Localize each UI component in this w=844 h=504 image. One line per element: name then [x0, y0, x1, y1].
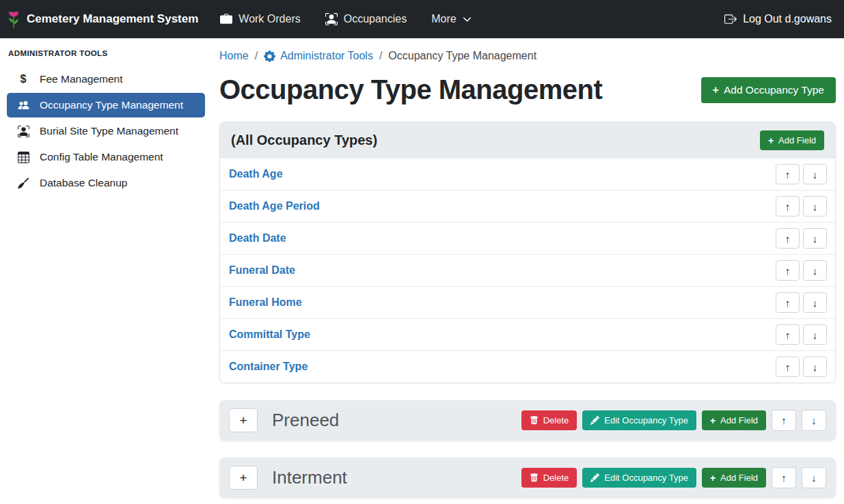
delete-label: Delete — [543, 415, 569, 425]
move-up-button[interactable]: ↑ — [776, 164, 800, 184]
nav-occupancies[interactable]: Occupancies — [325, 13, 407, 25]
sidebar-item-label: Config Table Management — [40, 151, 163, 163]
field-link-container-type[interactable]: Container Type — [229, 361, 308, 373]
main-content: Home / Administrator Tools / Occupancy T… — [212, 38, 844, 504]
add-field-label: Add Field — [778, 135, 816, 145]
field-link-committal-type[interactable]: Committal Type — [229, 328, 310, 341]
add-field-label: Add Field — [720, 473, 758, 483]
plus-icon: + — [768, 136, 774, 145]
move-up-button[interactable]: ↑ — [776, 324, 800, 345]
move-down-button[interactable]: ↓ — [802, 410, 826, 431]
add-field-button[interactable]: + Add Field — [702, 410, 766, 430]
breadcrumb-home-link[interactable]: Home — [219, 50, 249, 62]
nav-more-label: More — [431, 13, 456, 25]
field-link-funeral-home[interactable]: Funeral Home — [229, 296, 302, 309]
tulip-logo-icon — [7, 9, 21, 29]
move-down-button[interactable]: ↓ — [803, 260, 827, 281]
section-title: Preneed — [272, 410, 339, 431]
move-up-button[interactable]: ↑ — [776, 228, 800, 249]
page-title: Occupancy Type Management — [219, 74, 602, 105]
person-frame-icon — [16, 126, 31, 137]
field-link-death-age-period[interactable]: Death Age Period — [229, 200, 320, 212]
move-up-button[interactable]: ↑ — [776, 196, 800, 216]
delete-label: Delete — [543, 473, 569, 483]
field-row: Funeral Home ↑ ↓ — [220, 286, 835, 318]
sidebar: ADMINISTRATOR TOOLS $ Fee Management Occ… — [0, 38, 212, 197]
add-occupancy-type-button[interactable]: + Add Occupancy Type — [701, 77, 836, 103]
move-down-button[interactable]: ↓ — [803, 292, 827, 313]
field-row: Funeral Date ↑ ↓ — [220, 254, 835, 286]
edit-occupancy-type-label: Edit Occupancy Type — [604, 473, 688, 483]
sidebar-item-fee-management[interactable]: $ Fee Management — [7, 67, 205, 92]
all-occupancy-types-header: (All Occupancy Types) + Add Field — [220, 122, 835, 158]
sidebar-item-label: Database Cleanup — [40, 177, 127, 189]
table-icon — [16, 152, 31, 163]
breadcrumb: Home / Administrator Tools / Occupancy T… — [219, 38, 836, 62]
pencil-icon — [590, 416, 599, 425]
plus-icon: + — [710, 416, 716, 425]
edit-occupancy-type-label: Edit Occupancy Type — [604, 415, 688, 425]
app-brand[interactable]: Cemetery Management System — [7, 9, 198, 29]
move-up-button[interactable]: ↑ — [776, 260, 800, 281]
app-title: Cemetery Management System — [27, 12, 198, 26]
field-row: Container Type ↑ ↓ — [220, 350, 835, 382]
chevron-down-icon — [463, 15, 472, 24]
add-field-button[interactable]: + Add Field — [760, 130, 824, 150]
sidebar-item-label: Occupancy Type Management — [40, 99, 183, 111]
add-field-button[interactable]: + Add Field — [702, 468, 766, 488]
trash-icon — [530, 416, 539, 425]
sidebar-item-occupancy-type-management[interactable]: Occupancy Type Management — [7, 93, 205, 117]
field-link-death-age[interactable]: Death Age — [229, 168, 283, 180]
move-up-button[interactable]: ↑ — [776, 356, 800, 377]
breadcrumb-current: Occupancy Type Management — [388, 50, 536, 62]
occupancy-type-section-interment: + Interment Delete — [219, 458, 836, 498]
expand-section-button[interactable]: + — [229, 408, 258, 432]
sidebar-item-label: Burial Site Type Management — [40, 125, 178, 137]
add-field-label: Add Field — [720, 415, 758, 425]
edit-occupancy-type-button[interactable]: Edit Occupancy Type — [582, 468, 696, 488]
field-link-death-date[interactable]: Death Date — [229, 232, 286, 244]
breadcrumb-admin-tools-link[interactable]: Administrator Tools — [264, 50, 373, 62]
logout-label: Log Out d.gowans — [743, 13, 832, 25]
field-row: Committal Type ↑ ↓ — [220, 318, 835, 350]
move-down-button[interactable]: ↓ — [803, 356, 827, 377]
pencil-icon — [590, 473, 599, 482]
move-up-button[interactable]: ↑ — [772, 410, 796, 431]
broom-icon — [16, 178, 31, 189]
sidebar-item-config-table-management[interactable]: Config Table Management — [7, 145, 205, 169]
move-down-button[interactable]: ↓ — [803, 228, 827, 249]
plus-icon: + — [713, 85, 719, 96]
nav-more[interactable]: More — [431, 13, 471, 25]
all-occupancy-types-title: (All Occupancy Types) — [231, 132, 377, 148]
move-down-button[interactable]: ↓ — [802, 467, 826, 488]
edit-occupancy-type-button[interactable]: Edit Occupancy Type — [582, 410, 696, 430]
logout-button[interactable]: Log Out d.gowans — [724, 13, 832, 25]
nav-occupancies-label: Occupancies — [344, 13, 407, 25]
move-up-button[interactable]: ↑ — [772, 467, 796, 488]
move-up-button[interactable]: ↑ — [776, 292, 800, 313]
person-frame-icon — [325, 13, 338, 25]
sidebar-item-database-cleanup[interactable]: Database Cleanup — [7, 171, 205, 195]
delete-button[interactable]: Delete — [521, 410, 577, 430]
move-down-button[interactable]: ↓ — [803, 324, 827, 345]
delete-button[interactable]: Delete — [521, 468, 577, 488]
nav-work-orders-label: Work Orders — [239, 13, 300, 25]
move-down-button[interactable]: ↓ — [803, 164, 827, 184]
logout-icon — [724, 13, 737, 25]
section-title: Interment — [272, 467, 347, 488]
users-icon — [16, 100, 31, 111]
breadcrumb-separator: / — [373, 50, 388, 62]
all-occupancy-types-card: (All Occupancy Types) + Add Field Death … — [219, 122, 836, 383]
nav-work-orders[interactable]: Work Orders — [220, 13, 300, 25]
plus-icon: + — [710, 473, 716, 483]
field-row: Death Age Period ↑ ↓ — [220, 190, 835, 222]
add-occupancy-type-label: Add Occupancy Type — [724, 84, 824, 96]
sidebar-item-burial-site-type-management[interactable]: Burial Site Type Management — [7, 119, 205, 143]
sidebar-item-label: Fee Management — [40, 73, 123, 85]
move-down-button[interactable]: ↓ — [803, 196, 827, 216]
occupancy-type-section-preneed: + Preneed Delete — [219, 400, 836, 440]
expand-section-button[interactable]: + — [229, 466, 258, 490]
gear-icon — [264, 51, 275, 62]
field-link-funeral-date[interactable]: Funeral Date — [229, 264, 295, 277]
briefcase-icon — [220, 13, 232, 25]
